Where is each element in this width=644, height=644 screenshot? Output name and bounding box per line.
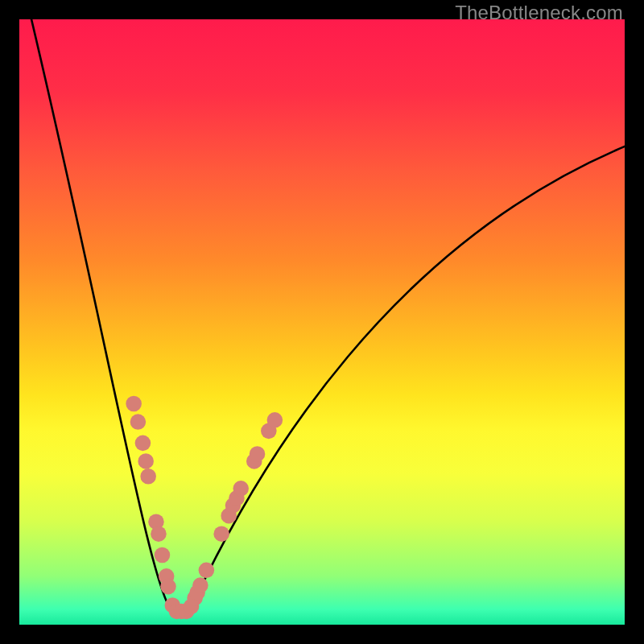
data-point [160, 579, 176, 595]
data-point [126, 396, 142, 412]
curves-layer [19, 19, 625, 625]
data-point [130, 414, 147, 430]
data-point [250, 446, 266, 462]
data-point [138, 453, 154, 469]
watermark-text: TheBottleneck.com [455, 2, 623, 24]
data-point [140, 469, 156, 485]
data-point [155, 547, 171, 564]
data-point [135, 436, 151, 452]
series-right_curve [189, 147, 625, 613]
data-point [199, 563, 215, 579]
data-point [192, 577, 208, 593]
plot-area [19, 19, 625, 625]
data-point [267, 412, 283, 428]
data-point [233, 481, 249, 497]
chart-frame: TheBottleneck.com [0, 0, 644, 644]
data-point [213, 526, 229, 542]
data-point [151, 526, 167, 542]
